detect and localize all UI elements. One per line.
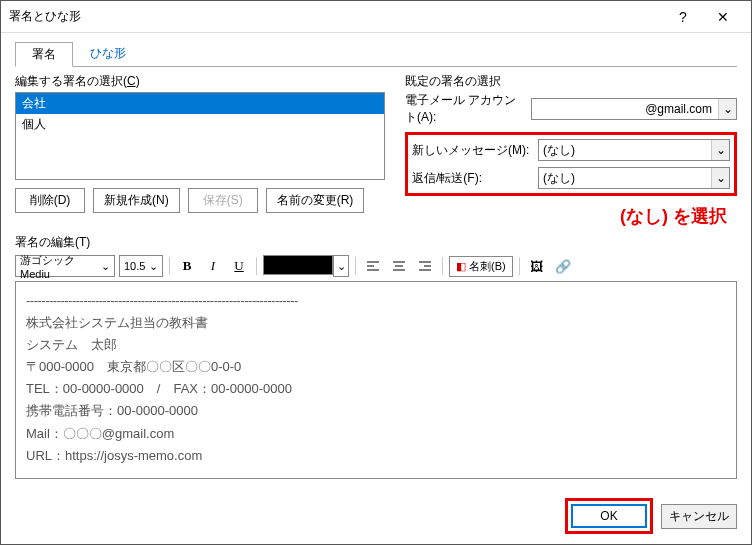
reply-value: (なし): [543, 170, 575, 187]
new-button[interactable]: 新規作成(N): [93, 188, 180, 213]
sig-line: 〒000-0000 東京都〇〇区〇〇0-0-0: [26, 356, 726, 378]
link-button[interactable]: 🔗: [552, 255, 574, 277]
delete-button[interactable]: 削除(D): [15, 188, 85, 213]
underline-button[interactable]: U: [228, 255, 250, 277]
bold-button[interactable]: B: [176, 255, 198, 277]
align-right-button[interactable]: [414, 255, 436, 277]
separator: [256, 257, 257, 275]
reply-row: 返信/転送(F): (なし) ⌄: [412, 167, 730, 189]
rename-button[interactable]: 名前の変更(R): [266, 188, 365, 213]
left-column: 編集する署名の選択(C) 会社 個人 削除(D) 新規作成(N) 保存(S) 名…: [15, 73, 385, 228]
account-label: 電子メール アカウント(A):: [405, 92, 525, 126]
chevron-down-icon: ⌄: [333, 255, 349, 277]
picture-button[interactable]: 🖼: [526, 255, 548, 277]
dialog-window: 署名とひな形 ? ✕ 署名 ひな形 編集する署名の選択(C) 会社 個人 削除(…: [0, 0, 752, 545]
chevron-down-icon: ⌄: [100, 260, 112, 273]
font-color-picker[interactable]: ⌄: [263, 255, 349, 277]
signature-listbox[interactable]: 会社 個人: [15, 92, 385, 180]
dialog-footer: OK キャンセル: [565, 498, 737, 534]
reply-label: 返信/転送(F):: [412, 170, 532, 187]
highlight-defaults: 新しいメッセージ(M): (なし) ⌄ 返信/転送(F): (なし) ⌄: [405, 132, 737, 196]
chevron-down-icon: ⌄: [718, 99, 736, 119]
align-center-button[interactable]: [388, 255, 410, 277]
chevron-down-icon: ⌄: [711, 140, 729, 160]
select-signature-label: 編集する署名の選択(C): [15, 73, 385, 90]
new-message-select[interactable]: (なし) ⌄: [538, 139, 730, 161]
sig-line: Mail：〇〇〇@gmail.com: [26, 423, 726, 445]
close-button[interactable]: ✕: [703, 3, 743, 31]
list-item[interactable]: 個人: [16, 114, 384, 135]
separator: [355, 257, 356, 275]
highlight-ok: OK: [565, 498, 653, 534]
signature-editor[interactable]: ----------------------------------------…: [15, 281, 737, 479]
sig-line: 株式会社システム担当の教科書: [26, 312, 726, 334]
separator: [519, 257, 520, 275]
cancel-button[interactable]: キャンセル: [661, 504, 737, 529]
italic-button[interactable]: I: [202, 255, 224, 277]
color-swatch: [263, 255, 333, 275]
signature-buttons: 削除(D) 新規作成(N) 保存(S) 名前の変更(R): [15, 188, 385, 213]
top-row: 編集する署名の選択(C) 会社 個人 削除(D) 新規作成(N) 保存(S) 名…: [15, 73, 737, 228]
titlebar: 署名とひな形 ? ✕: [1, 1, 751, 33]
window-title: 署名とひな形: [9, 8, 663, 25]
annotation-text: (なし) を選択: [405, 204, 737, 228]
business-card-button[interactable]: ◧ 名刺(B): [449, 256, 513, 277]
sig-line: システム 太郎: [26, 334, 726, 356]
chevron-down-icon: ⌄: [711, 168, 729, 188]
edit-signature-label: 署名の編集(T): [15, 234, 737, 251]
separator: [169, 257, 170, 275]
tab-signature[interactable]: 署名: [15, 42, 73, 67]
account-row: 電子メール アカウント(A): @gmail.com ⌄: [405, 92, 737, 126]
account-select[interactable]: @gmail.com ⌄: [531, 98, 737, 120]
font-select[interactable]: 游ゴシック Mediu⌄: [15, 255, 115, 277]
separator: [442, 257, 443, 275]
sig-line: URL：https://josys-memo.com: [26, 445, 726, 467]
help-button[interactable]: ?: [663, 3, 703, 31]
reply-select[interactable]: (なし) ⌄: [538, 167, 730, 189]
default-signature-label: 既定の署名の選択: [405, 73, 737, 90]
sig-line: TEL：00-0000-0000 / FAX：00-0000-0000: [26, 378, 726, 400]
align-left-button[interactable]: [362, 255, 384, 277]
ok-button[interactable]: OK: [571, 504, 647, 528]
sig-line: 携帯電話番号：00-0000-0000: [26, 400, 726, 422]
size-select[interactable]: 10.5⌄: [119, 255, 163, 277]
new-message-row: 新しいメッセージ(M): (なし) ⌄: [412, 139, 730, 161]
save-button[interactable]: 保存(S): [188, 188, 258, 213]
right-column: 既定の署名の選択 電子メール アカウント(A): @gmail.com ⌄ 新し…: [405, 73, 737, 228]
list-item[interactable]: 会社: [16, 93, 384, 114]
card-icon: ◧: [456, 260, 466, 273]
chevron-down-icon: ⌄: [147, 260, 160, 273]
sig-line: ----------------------------------------…: [26, 290, 726, 312]
content-area: 署名 ひな形 編集する署名の選択(C) 会社 個人 削除(D) 新規作成(N) …: [1, 33, 751, 487]
format-toolbar: 游ゴシック Mediu⌄ 10.5⌄ B I U ⌄ ◧ 名刺(B): [15, 255, 737, 277]
tab-stationery[interactable]: ひな形: [73, 41, 143, 66]
tab-bar: 署名 ひな形: [15, 41, 737, 67]
new-message-label: 新しいメッセージ(M):: [412, 142, 532, 159]
new-message-value: (なし): [543, 142, 575, 159]
